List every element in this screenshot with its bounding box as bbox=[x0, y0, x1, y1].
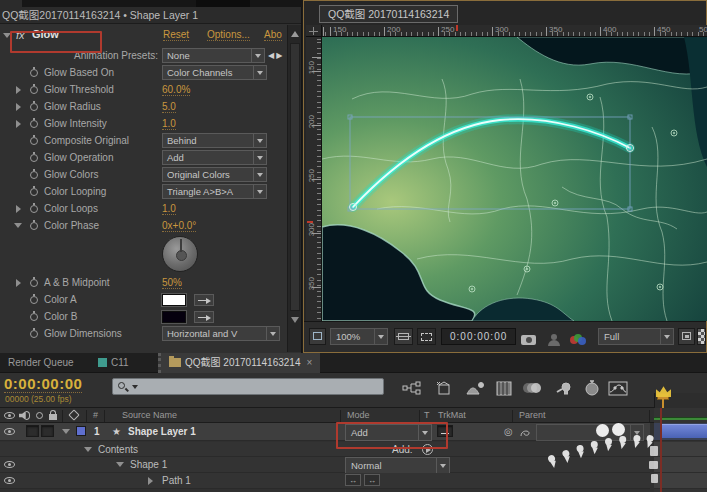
parent-column[interactable]: Parent bbox=[519, 410, 546, 420]
color-looping-dropdown[interactable]: Triangle A>B>A bbox=[162, 184, 267, 199]
trkmat-column[interactable]: TrkMat bbox=[438, 410, 466, 420]
reset-link[interactable]: Reset bbox=[163, 29, 189, 41]
composition-canvas[interactable] bbox=[322, 37, 707, 321]
stopwatch-icon[interactable] bbox=[30, 279, 38, 287]
twirl-right-icon[interactable] bbox=[16, 103, 21, 111]
scrollbar-thumb[interactable] bbox=[290, 43, 300, 311]
motion-blur-icon[interactable] bbox=[520, 377, 544, 399]
source-name-column[interactable]: Source Name bbox=[122, 410, 177, 420]
viewer-timecode[interactable]: 0:00:00:00 bbox=[441, 328, 516, 345]
twirl-right-icon[interactable] bbox=[148, 477, 153, 485]
search-options-arrow-icon[interactable] bbox=[132, 385, 138, 389]
zoom-level-dropdown[interactable]: 100% bbox=[330, 328, 388, 345]
shape1-label[interactable]: Shape 1 bbox=[130, 459, 167, 470]
scroll-up-icon[interactable] bbox=[291, 31, 299, 37]
mini-flowchart-icon[interactable] bbox=[400, 377, 424, 399]
frame-blending-icon[interactable] bbox=[492, 377, 516, 399]
label-column-tag-icon[interactable] bbox=[68, 409, 79, 420]
layer-duration-bar[interactable] bbox=[662, 424, 707, 438]
blend-mode-dropdown[interactable]: Add bbox=[345, 424, 432, 441]
show-channel-icon[interactable] bbox=[566, 329, 590, 351]
eyedropper-icon[interactable] bbox=[194, 311, 214, 323]
stopwatch-icon[interactable] bbox=[30, 154, 38, 162]
twirl-right-icon[interactable] bbox=[16, 120, 21, 128]
reverse-path-icon[interactable]: ↔ bbox=[364, 474, 380, 486]
about-link[interactable]: Abo bbox=[264, 29, 282, 41]
twirl-down-icon[interactable] bbox=[3, 33, 11, 38]
twirl-right-icon[interactable] bbox=[16, 86, 21, 94]
options-link[interactable]: Options... bbox=[207, 29, 250, 41]
twirl-right-icon[interactable] bbox=[16, 279, 21, 287]
stopwatch-icon[interactable] bbox=[30, 222, 38, 230]
parent-dropdown[interactable] bbox=[536, 424, 644, 441]
stopwatch-icon[interactable] bbox=[30, 313, 38, 321]
close-tab-icon[interactable]: × bbox=[306, 357, 312, 368]
glow-based-on-dropdown[interactable]: Color Channels bbox=[162, 65, 267, 80]
show-snapshot-icon[interactable] bbox=[542, 329, 566, 351]
transparency-grid-icon[interactable] bbox=[697, 328, 706, 345]
safe-areas-icon[interactable] bbox=[394, 328, 413, 345]
stopwatch-icon[interactable] bbox=[30, 296, 38, 304]
twirl-down-icon[interactable] bbox=[62, 429, 70, 434]
stopwatch-icon[interactable] bbox=[30, 171, 38, 179]
search-input[interactable] bbox=[112, 378, 384, 395]
color-a-swatch[interactable] bbox=[162, 294, 186, 306]
scroll-down-icon[interactable] bbox=[291, 317, 299, 323]
current-timecode[interactable]: 0:00:00:00 bbox=[4, 375, 82, 393]
tab-render-queue[interactable]: Render Queue bbox=[0, 353, 82, 373]
vertical-ruler[interactable]: 150 200 250 300 350 400 bbox=[306, 37, 322, 321]
contents-row[interactable]: Contents Add: bbox=[0, 442, 650, 457]
target-region-icon[interactable] bbox=[678, 328, 695, 345]
stopwatch-icon[interactable] bbox=[30, 69, 38, 77]
region-of-interest-icon[interactable] bbox=[417, 328, 436, 345]
layer-color-swatch[interactable] bbox=[76, 426, 86, 436]
ruler-origin-crosshair[interactable] bbox=[306, 25, 322, 37]
stopwatch-icon[interactable] bbox=[30, 205, 38, 213]
property-value[interactable]: 5.0 bbox=[162, 101, 176, 113]
composite-original-dropdown[interactable]: Behind bbox=[162, 133, 267, 148]
reverse-path-icon[interactable]: ↔ bbox=[345, 474, 361, 486]
solo-toggle-box[interactable] bbox=[26, 425, 39, 437]
video-column-eye-icon[interactable] bbox=[4, 412, 15, 419]
parent-link-icon[interactable]: ◎ bbox=[504, 426, 513, 437]
layer-number-column[interactable]: # bbox=[93, 410, 98, 420]
color-b-swatch[interactable] bbox=[162, 311, 186, 323]
contents-label[interactable]: Contents bbox=[98, 444, 138, 455]
animation-presets-dropdown[interactable]: None bbox=[162, 48, 265, 63]
stopwatch-icon[interactable] bbox=[30, 188, 38, 196]
stopwatch-icon[interactable] bbox=[30, 330, 38, 338]
lock-toggle-box[interactable] bbox=[41, 425, 54, 437]
glow-dimensions-dropdown[interactable]: Horizontal and V bbox=[162, 326, 280, 341]
trkmat-box[interactable] bbox=[437, 425, 453, 437]
twirl-right-icon[interactable] bbox=[16, 205, 21, 213]
glow-operation-dropdown[interactable]: Add bbox=[162, 150, 267, 165]
lock-column-icon[interactable] bbox=[49, 414, 57, 420]
graph-editor-icon[interactable] bbox=[606, 377, 630, 399]
glow-colors-dropdown[interactable]: Original Colors bbox=[162, 167, 267, 182]
property-value[interactable]: 60.0% bbox=[162, 84, 190, 96]
layer-row-shape-layer-1[interactable]: 1 ★ Shape Layer 1 Add ◎ bbox=[0, 423, 650, 441]
preview-region-icon[interactable] bbox=[309, 328, 326, 345]
layer-eye-icon[interactable] bbox=[4, 428, 15, 435]
path1-row[interactable]: Path 1 ↔ ↔ bbox=[0, 473, 650, 489]
resolution-dropdown[interactable]: Full bbox=[598, 328, 674, 345]
layer-name[interactable]: Shape Layer 1 bbox=[128, 426, 196, 437]
twirl-down-icon[interactable] bbox=[84, 447, 92, 452]
composition-tab[interactable]: QQ截图 20170114163214 bbox=[319, 5, 458, 23]
tab-comp-active[interactable]: QQ截图 20170114163214× bbox=[158, 353, 320, 373]
solo-column-icon[interactable] bbox=[36, 412, 43, 419]
add-shape-button[interactable] bbox=[422, 444, 433, 455]
path-eye-icon[interactable] bbox=[4, 477, 15, 484]
property-value[interactable]: 1.0 bbox=[162, 203, 176, 215]
snapshot-camera-icon[interactable] bbox=[516, 329, 540, 351]
stopwatch-icon[interactable] bbox=[30, 103, 38, 111]
stopwatch-icon[interactable] bbox=[30, 137, 38, 145]
twirl-down-icon[interactable] bbox=[116, 462, 124, 467]
shape1-row[interactable]: Shape 1 Normal bbox=[0, 457, 650, 473]
horizontal-ruler[interactable]: 150 200 250 300 350 400 450 500 bbox=[322, 25, 707, 37]
property-value[interactable]: 1.0 bbox=[162, 118, 176, 130]
effect-panel-scrollbar[interactable] bbox=[287, 25, 301, 352]
property-value[interactable]: 0x+0.0° bbox=[162, 220, 196, 232]
stopwatch-icon[interactable] bbox=[30, 120, 38, 128]
pickwhip-icon[interactable] bbox=[519, 426, 531, 438]
